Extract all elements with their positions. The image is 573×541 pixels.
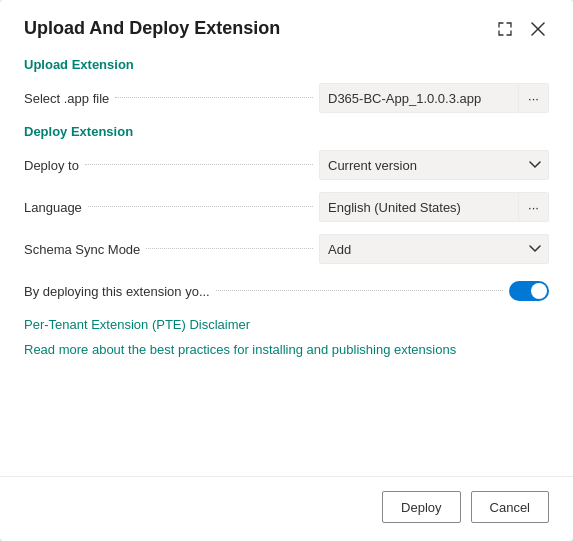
dotted-separator xyxy=(88,206,313,207)
schema-sync-select[interactable]: Add Force Sync Clean xyxy=(319,234,549,264)
dotted-separator xyxy=(216,290,503,291)
dialog-body: Upload Extension Select .app file ··· De… xyxy=(0,49,573,466)
deploy-to-row: Deploy to Current version Next minor ver… xyxy=(24,149,549,181)
dialog-header: Upload And Deploy Extension xyxy=(0,0,573,49)
upload-deploy-dialog: Upload And Deploy Extension Upload Exten… xyxy=(0,0,573,541)
language-label: Language xyxy=(24,200,82,215)
schema-sync-select-wrapper: Add Force Sync Clean xyxy=(319,234,549,264)
toggle-knob xyxy=(531,283,547,299)
browse-dots-icon: ··· xyxy=(528,91,539,106)
schema-sync-control: Add Force Sync Clean xyxy=(319,234,549,264)
by-deploying-toggle[interactable] xyxy=(509,281,549,301)
dialog-title: Upload And Deploy Extension xyxy=(24,18,280,39)
by-deploying-toggle-wrapper xyxy=(509,281,549,301)
app-file-browse-button[interactable]: ··· xyxy=(519,83,549,113)
schema-sync-label: Schema Sync Mode xyxy=(24,242,140,257)
select-app-file-label: Select .app file xyxy=(24,91,109,106)
deploy-to-label: Deploy to xyxy=(24,158,79,173)
language-browse-button[interactable]: ··· xyxy=(519,192,549,222)
language-row: Language ··· xyxy=(24,191,549,223)
dotted-separator xyxy=(146,248,313,249)
upload-section-title: Upload Extension xyxy=(24,57,549,72)
language-browse-dots-icon: ··· xyxy=(528,200,539,215)
pte-disclaimer-link[interactable]: Per-Tenant Extension (PTE) Disclaimer xyxy=(24,317,549,332)
by-deploying-row: By deploying this extension yo... xyxy=(24,275,549,307)
select-app-file-row: Select .app file ··· xyxy=(24,82,549,114)
cancel-button[interactable]: Cancel xyxy=(471,491,549,523)
expand-button[interactable] xyxy=(493,19,517,39)
dotted-separator xyxy=(85,164,313,165)
deploy-to-select-wrapper: Current version Next minor version Next … xyxy=(319,150,549,180)
select-app-file-control: ··· xyxy=(319,83,549,113)
app-file-input[interactable] xyxy=(319,83,519,113)
dotted-separator xyxy=(115,97,313,98)
schema-sync-row: Schema Sync Mode Add Force Sync Clean xyxy=(24,233,549,265)
read-more-link[interactable]: Read more about the best practices for i… xyxy=(24,340,549,360)
header-icons xyxy=(493,19,549,39)
language-control: ··· xyxy=(319,192,549,222)
deploy-button[interactable]: Deploy xyxy=(382,491,460,523)
deploy-to-select[interactable]: Current version Next minor version Next … xyxy=(319,150,549,180)
by-deploying-label: By deploying this extension yo... xyxy=(24,284,210,299)
deploy-section-title: Deploy Extension xyxy=(24,124,549,139)
language-input[interactable] xyxy=(319,192,519,222)
close-button[interactable] xyxy=(527,20,549,38)
deploy-to-control: Current version Next minor version Next … xyxy=(319,150,549,180)
dialog-footer: Deploy Cancel xyxy=(0,477,573,541)
